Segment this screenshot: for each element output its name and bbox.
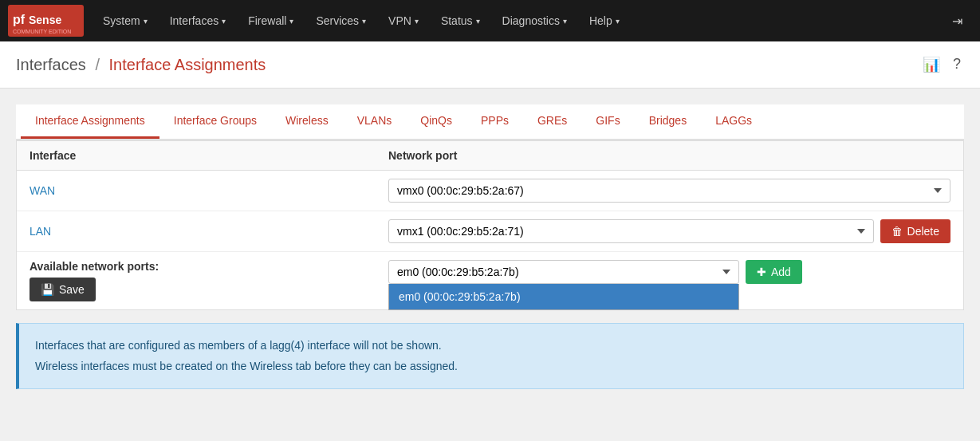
interface-table: Interface Network port WAN vmx0 (00:0c:2… [16, 140, 964, 310]
available-port-select-wrapper: em0 (00:0c:29:b5:2a:7b) em0 (00:0c:29:b5… [388, 260, 739, 284]
wan-port-select[interactable]: vmx0 (00:0c:29:b5:2a:67) vmx1 (00:0c:29:… [388, 179, 950, 203]
nav-item-firewall[interactable]: Firewall ▾ [237, 0, 305, 41]
breadcrumb-area: Interfaces / Interface Assignments 📊 ? [0, 41, 980, 89]
trash-icon: 🗑 [891, 225, 903, 238]
diagnostics-caret-icon: ▾ [563, 17, 567, 26]
lan-link[interactable]: LAN [30, 225, 51, 238]
content-area: Interface Assignments Interface Groups W… [0, 89, 980, 405]
nav-right: ⇥ [943, 7, 972, 35]
available-ports-label: Available network ports: 💾 Save [30, 260, 388, 301]
lan-port-wrapper: vmx0 (00:0c:29:b5:2a:67) vmx1 (00:0c:29:… [388, 219, 950, 243]
dropdown-option[interactable]: em0 (00:0c:29:b5:2a:7b) [389, 284, 738, 309]
port-dropdown: em0 (00:0c:29:b5:2a:7b) [388, 284, 739, 310]
interfaces-caret-icon: ▾ [222, 17, 226, 26]
nav-item-help[interactable]: Help ▾ [578, 0, 631, 41]
chart-icon[interactable]: 📊 [919, 54, 943, 75]
tab-wireless[interactable]: Wireless [271, 104, 343, 139]
plus-icon: ✚ [757, 266, 766, 278]
tab-qinqs[interactable]: QinQs [406, 104, 466, 139]
save-button[interactable]: 💾 Save [30, 278, 96, 301]
nav-item-diagnostics[interactable]: Diagnostics ▾ [491, 0, 578, 41]
wan-interface-label: WAN [30, 184, 388, 197]
services-caret-icon: ▾ [362, 17, 366, 26]
svg-text:pf: pf [13, 13, 26, 26]
table-row: WAN vmx0 (00:0c:29:b5:2a:67) vmx1 (00:0c… [17, 171, 963, 211]
col-interface-header: Interface [30, 149, 388, 162]
nav-item-services[interactable]: Services ▾ [305, 0, 377, 41]
delete-button[interactable]: 🗑 Delete [880, 219, 950, 243]
tab-bridges[interactable]: Bridges [635, 104, 701, 139]
available-port-select[interactable]: em0 (00:0c:29:b5:2a:7b) [388, 260, 739, 284]
info-message-1: Interfaces that are configured as member… [35, 337, 947, 354]
wan-port-wrapper: vmx0 (00:0c:29:b5:2a:67) vmx1 (00:0c:29:… [388, 179, 950, 203]
table-header: Interface Network port [17, 141, 963, 171]
info-message-2: Wireless interfaces must be created on t… [35, 357, 947, 375]
system-caret-icon: ▾ [144, 17, 148, 26]
breadcrumb-current: Interface Assignments [109, 56, 266, 73]
vpn-caret-icon: ▾ [415, 17, 419, 26]
tab-interface-assignments[interactable]: Interface Assignments [21, 104, 159, 139]
breadcrumb-parent[interactable]: Interfaces [16, 56, 86, 73]
info-box: Interfaces that are configured as member… [16, 323, 964, 389]
tab-interface-groups[interactable]: Interface Groups [159, 104, 271, 139]
add-save-row: em0 (00:0c:29:b5:2a:7b) em0 (00:0c:29:b5… [388, 260, 802, 284]
firewall-caret-icon: ▾ [289, 17, 293, 26]
help-caret-icon: ▾ [616, 17, 620, 26]
tab-gifs[interactable]: GIFs [581, 104, 634, 139]
lan-interface-label: LAN [30, 225, 388, 238]
nav-item-status[interactable]: Status ▾ [430, 0, 491, 41]
available-ports-controls: em0 (00:0c:29:b5:2a:7b) em0 (00:0c:29:b5… [388, 260, 950, 284]
breadcrumb-separator: / [95, 56, 100, 73]
save-icon: 💾 [41, 283, 54, 296]
available-ports-row: Available network ports: 💾 Save em0 (00:… [17, 252, 963, 309]
table-row: LAN vmx0 (00:0c:29:b5:2a:67) vmx1 (00:0c… [17, 211, 963, 252]
navbar: pf Sense COMMUNITY EDITION System ▾ Inte… [0, 0, 980, 41]
breadcrumb-icons: 📊 ? [919, 54, 964, 75]
col-network-port-header: Network port [388, 149, 950, 162]
nav-item-interfaces[interactable]: Interfaces ▾ [159, 0, 237, 41]
svg-text:Sense: Sense [29, 14, 61, 26]
nav-item-vpn[interactable]: VPN ▾ [377, 0, 430, 41]
help-circle-icon[interactable]: ? [950, 54, 964, 75]
logout-icon[interactable]: ⇥ [943, 7, 972, 35]
nav-item-system[interactable]: System ▾ [92, 0, 159, 41]
tabs-row: Interface Assignments Interface Groups W… [16, 104, 964, 140]
svg-text:COMMUNITY EDITION: COMMUNITY EDITION [13, 29, 71, 34]
add-button[interactable]: ✚ Add [746, 260, 802, 284]
tab-gres[interactable]: GREs [523, 104, 581, 139]
tab-ppps[interactable]: PPPs [466, 104, 523, 139]
tab-laggs[interactable]: LAGGs [701, 104, 766, 139]
wan-link[interactable]: WAN [30, 184, 55, 197]
status-caret-icon: ▾ [476, 17, 480, 26]
brand: pf Sense COMMUNITY EDITION [8, 5, 84, 37]
breadcrumb: Interfaces / Interface Assignments [16, 56, 266, 74]
page-wrapper: pf Sense COMMUNITY EDITION System ▾ Inte… [0, 0, 980, 441]
lan-port-select[interactable]: vmx0 (00:0c:29:b5:2a:67) vmx1 (00:0c:29:… [388, 219, 874, 243]
nav-items: System ▾ Interfaces ▾ Firewall ▾ Service… [92, 0, 943, 41]
pfsense-logo: pf Sense COMMUNITY EDITION [8, 5, 84, 37]
tab-vlans[interactable]: VLANs [343, 104, 407, 139]
